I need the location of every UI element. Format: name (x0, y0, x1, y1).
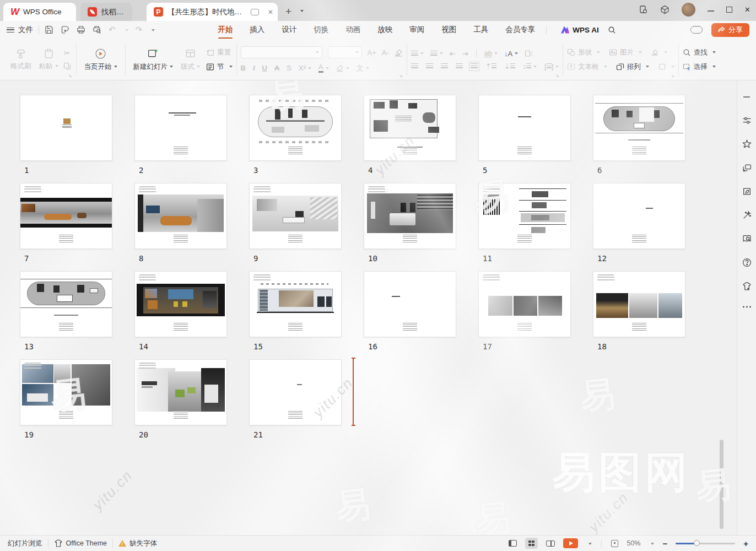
slide-thumbnail[interactable] (134, 359, 227, 425)
font-family-select[interactable] (241, 46, 322, 58)
slide-thumbnail[interactable] (20, 271, 112, 337)
increase-font-icon[interactable]: A+ (368, 49, 376, 56)
tab-active-document[interactable]: P 【共生形态】时代地产办公室 ✕ (147, 3, 278, 21)
align-left-icon[interactable] (411, 63, 418, 69)
menu-tab[interactable]: 设计 (280, 21, 298, 38)
outline-button[interactable] (658, 63, 674, 71)
theme-button[interactable]: Office Theme (54, 539, 107, 547)
smart-beautify-icon[interactable] (742, 210, 752, 220)
section-button[interactable]: 节 (206, 62, 233, 72)
zoom-out-button[interactable]: − (662, 539, 667, 548)
close-window-icon[interactable]: ✕ (744, 6, 750, 14)
decrease-spacing-icon[interactable]: ⇣ (504, 63, 515, 70)
slide-thumbnail[interactable] (134, 183, 227, 249)
slide-thumbnail[interactable] (593, 95, 685, 161)
slide-thumbnail[interactable] (478, 95, 571, 161)
arrange-button[interactable]: 排列 (616, 62, 649, 72)
vertical-scrollbar-thumb[interactable] (720, 440, 723, 529)
slide-thumbnail[interactable] (478, 183, 571, 249)
file-menu[interactable]: 文件 (18, 25, 33, 35)
wps-ai-button[interactable]: WPS AI (561, 26, 599, 34)
align-right-icon[interactable] (441, 63, 448, 69)
zoom-slider[interactable] (676, 543, 735, 544)
copy-icon[interactable] (63, 62, 71, 70)
picture-button[interactable]: 图片 (609, 48, 642, 57)
tab-docer-templates[interactable]: 找稻壳模板 (80, 3, 132, 21)
export-pdf-icon[interactable] (61, 25, 69, 34)
save-icon[interactable] (45, 25, 53, 34)
reset-button[interactable]: 重置 (206, 48, 233, 57)
fill-color-button[interactable] (651, 48, 667, 56)
slide-thumbnail[interactable] (249, 95, 342, 161)
increase-spacing-icon[interactable]: ⇡ (485, 63, 496, 70)
select-button[interactable]: 选择 (683, 62, 716, 72)
bold-icon[interactable]: B (241, 64, 246, 72)
strikethrough-icon[interactable]: A (274, 64, 279, 72)
cloud-sync-icon[interactable] (690, 26, 703, 34)
shapes-button[interactable]: 形状 (567, 48, 600, 57)
menu-tab[interactable]: 开始 (217, 21, 234, 38)
distribute-text-icon[interactable] (471, 63, 478, 69)
maximize-window-icon[interactable] (726, 7, 732, 13)
decrease-font-icon[interactable]: A- (382, 49, 389, 56)
fit-to-window-icon[interactable] (611, 540, 618, 547)
vertical-align-icon[interactable]: [] (544, 63, 559, 70)
superscript-icon[interactable]: X² (299, 64, 311, 72)
slide-thumbnail[interactable] (593, 183, 685, 249)
menu-tab[interactable]: 插入 (249, 21, 266, 38)
justify-icon[interactable] (456, 63, 463, 69)
slide-thumbnail[interactable] (478, 271, 571, 337)
slide-thumbnail[interactable] (134, 95, 227, 161)
highlight-color-icon[interactable] (336, 64, 349, 72)
cut-icon[interactable]: ✂ (64, 50, 70, 57)
new-tab-button[interactable]: + (285, 6, 291, 18)
increase-indent-icon[interactable]: ⇥ (462, 50, 468, 57)
device-sync-icon[interactable] (639, 5, 648, 14)
menu-tab[interactable]: 视图 (440, 21, 457, 38)
format-painter-button[interactable]: 格式刷 (7, 47, 35, 72)
properties-adjust-icon[interactable] (742, 116, 752, 125)
undo-dropdown-icon[interactable] (123, 26, 128, 34)
more-options-icon[interactable] (742, 305, 752, 309)
textbox-button[interactable]: 文本框 (567, 62, 607, 72)
slide-thumbnail[interactable] (249, 359, 342, 425)
slide-thumbnail[interactable] (20, 95, 112, 161)
slide-thumbnail[interactable] (364, 271, 456, 337)
menu-tab[interactable]: 工具 (472, 21, 489, 38)
close-tab-icon[interactable]: ✕ (268, 8, 273, 16)
merge-shapes-icon[interactable] (742, 163, 752, 172)
phonetic-guide-icon[interactable]: 文 (357, 64, 369, 72)
menu-tab[interactable]: 审阅 (408, 21, 425, 38)
slide-thumbnail[interactable] (249, 183, 342, 249)
redo-icon[interactable]: ↷ (136, 25, 143, 35)
quick-access-dropdown-icon[interactable] (149, 26, 155, 34)
text-shadow-icon[interactable]: S (287, 64, 291, 72)
menu-tab[interactable]: 动画 (344, 21, 361, 38)
print-icon[interactable] (77, 25, 85, 34)
clear-format-icon[interactable] (395, 48, 403, 57)
slide-thumbnail[interactable] (249, 271, 342, 337)
minimize-window-icon[interactable] (708, 10, 714, 12)
underline-icon[interactable]: U (262, 64, 267, 72)
slide-thumbnail[interactable] (364, 95, 456, 161)
zoom-slider-knob[interactable] (694, 540, 700, 546)
menu-tab[interactable]: 会员专享 (504, 21, 536, 38)
user-avatar[interactable] (682, 3, 695, 17)
print-preview-icon[interactable] (93, 25, 101, 34)
bullet-list-icon[interactable] (411, 51, 424, 57)
decrease-indent-icon[interactable]: ⇤ (450, 50, 456, 57)
play-from-current-button[interactable]: 当页开始 (80, 47, 121, 73)
slide-thumbnail[interactable] (20, 183, 112, 249)
insertion-point-caret[interactable] (353, 358, 354, 426)
help-icon[interactable] (742, 258, 752, 267)
special-effects-icon[interactable] (742, 139, 752, 149)
paste-button[interactable]: 粘贴 (35, 47, 62, 72)
slideshow-dropdown-icon[interactable] (586, 539, 592, 547)
slide-sorter-view-icon[interactable] (525, 538, 538, 549)
text-direction-icon[interactable]: ab (484, 50, 498, 57)
hamburger-menu-icon[interactable] (7, 28, 14, 33)
italic-icon[interactable]: I (253, 64, 255, 72)
comment-bubble-icon[interactable] (251, 9, 259, 15)
zoom-in-button[interactable]: + (743, 539, 748, 548)
menu-tab[interactable]: 放映 (376, 21, 393, 38)
